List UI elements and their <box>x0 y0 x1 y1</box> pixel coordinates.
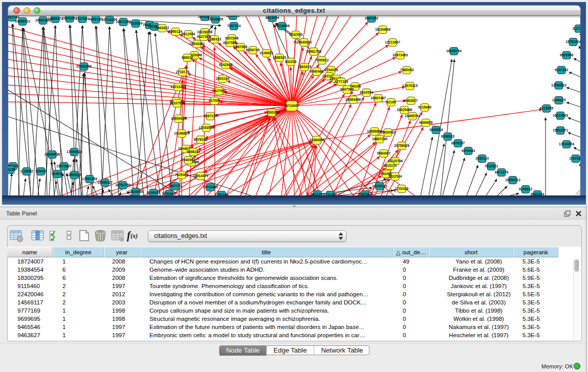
svg-text:8813054: 8813054 <box>266 16 279 19</box>
svg-text:12975115: 12975115 <box>402 84 418 87</box>
svg-text:9777169: 9777169 <box>335 80 349 83</box>
svg-text:1615172: 1615172 <box>383 164 397 167</box>
svg-text:9245033: 9245033 <box>147 191 161 194</box>
svg-text:1117345: 1117345 <box>572 27 580 30</box>
svg-text:16210643: 16210643 <box>553 114 568 117</box>
svg-text:19218506: 19218506 <box>274 24 290 28</box>
svg-text:7625402: 7625402 <box>175 173 189 177</box>
svg-text:1733426: 1733426 <box>395 187 409 190</box>
svg-text:9031244: 9031244 <box>531 192 545 195</box>
svg-text:12213967: 12213967 <box>385 40 400 44</box>
svg-text:2087652: 2087652 <box>365 16 379 20</box>
svg-text:8878332: 8878332 <box>194 138 208 141</box>
svg-text:6466160: 6466160 <box>89 17 103 21</box>
svg-text:19384554: 19384554 <box>309 138 324 142</box>
svg-text:832203: 832203 <box>285 60 297 63</box>
svg-text:12093822: 12093822 <box>551 83 567 87</box>
svg-text:16961758: 16961758 <box>306 50 321 53</box>
svg-text:7485063: 7485063 <box>400 68 414 72</box>
svg-text:1167534: 1167534 <box>569 157 580 160</box>
svg-text:1244415: 1244415 <box>552 98 566 102</box>
svg-text:12323445: 12323445 <box>128 190 143 193</box>
svg-text:10025488: 10025488 <box>397 108 412 112</box>
svg-text:1362615: 1362615 <box>298 65 312 69</box>
svg-text:1527601: 1527601 <box>76 17 90 20</box>
svg-text:7357224: 7357224 <box>227 24 241 28</box>
svg-text:8938923: 8938923 <box>441 135 455 138</box>
svg-text:7632621: 7632621 <box>485 164 498 168</box>
svg-text:9031245: 9031245 <box>311 192 324 195</box>
svg-text:3624554: 3624554 <box>360 91 374 94</box>
svg-text:9684067: 9684067 <box>377 151 391 155</box>
svg-text:15692971: 15692971 <box>553 128 568 132</box>
svg-text:18724007: 18724007 <box>284 104 299 107</box>
svg-text:39155: 39155 <box>8 168 15 171</box>
svg-text:15751024: 15751024 <box>565 40 580 43</box>
svg-text:989012: 989012 <box>182 56 193 59</box>
svg-text:19885471: 19885471 <box>48 17 63 20</box>
svg-text:19495794: 19495794 <box>405 114 420 118</box>
svg-text:9115460: 9115460 <box>418 105 431 109</box>
svg-text:9529966: 9529966 <box>560 53 574 57</box>
svg-text:16640910: 16640910 <box>296 40 312 44</box>
svg-text:9463627: 9463627 <box>404 99 418 102</box>
svg-text:8454749: 8454749 <box>246 48 260 52</box>
svg-text:1115682: 1115682 <box>20 169 33 173</box>
svg-text:1540994: 1540994 <box>182 158 195 162</box>
svg-text:1292344: 1292344 <box>215 193 229 195</box>
svg-text:2935114: 2935114 <box>475 157 489 160</box>
svg-text:7955812: 7955812 <box>315 58 329 62</box>
svg-text:8912954: 8912954 <box>182 32 195 36</box>
svg-text:9242848: 9242848 <box>219 63 233 67</box>
svg-text:129427: 129427 <box>35 169 47 173</box>
svg-text:10719155: 10719155 <box>102 18 117 21</box>
svg-text:12213389: 12213389 <box>170 85 186 89</box>
svg-text:7663822: 7663822 <box>156 26 169 30</box>
svg-text:9498222: 9498222 <box>187 150 201 154</box>
svg-text:8471676: 8471676 <box>495 170 509 174</box>
svg-text:16648784: 16648784 <box>446 49 462 53</box>
svg-text:2718176: 2718176 <box>176 70 190 74</box>
svg-text:8267110: 8267110 <box>204 114 217 118</box>
svg-text:8231450: 8231450 <box>323 193 337 195</box>
svg-text:9474444: 9474444 <box>462 149 475 152</box>
svg-text:9457771: 9457771 <box>168 184 182 188</box>
svg-text:14055712: 14055712 <box>15 19 30 23</box>
svg-text:62160: 62160 <box>386 100 396 104</box>
svg-text:8990448: 8990448 <box>310 70 324 73</box>
svg-text:9227342: 9227342 <box>555 68 569 72</box>
svg-text:9699695: 9699695 <box>419 121 433 124</box>
svg-text:2867608: 2867608 <box>234 45 248 49</box>
svg-text:8747744: 8747744 <box>8 16 19 19</box>
svg-text:19654925: 19654925 <box>171 117 186 120</box>
svg-text:13353594: 13353594 <box>199 126 214 129</box>
svg-text:17359924: 17359924 <box>67 150 82 154</box>
svg-text:19654923: 19654923 <box>380 130 396 134</box>
svg-text:20053346: 20053346 <box>76 64 92 68</box>
svg-text:14136141: 14136141 <box>372 184 387 188</box>
svg-text:2803144: 2803144 <box>216 77 230 80</box>
svg-text:19375887: 19375887 <box>56 164 72 168</box>
svg-text:2522534: 2522534 <box>388 174 402 178</box>
svg-text:12505135: 12505135 <box>67 173 82 177</box>
svg-text:20364436: 20364436 <box>345 98 361 101</box>
svg-text:8813051: 8813051 <box>226 16 240 17</box>
svg-text:9146821: 9146821 <box>260 51 274 55</box>
svg-text:10654112: 10654112 <box>505 178 520 182</box>
svg-text:114519: 114519 <box>52 172 63 176</box>
svg-text:10958117: 10958117 <box>97 181 113 184</box>
svg-text:16033809: 16033809 <box>208 17 223 21</box>
svg-text:18300295: 18300295 <box>264 111 279 114</box>
svg-text:6879197: 6879197 <box>451 141 465 145</box>
svg-text:18807249: 18807249 <box>372 137 387 141</box>
svg-text:8427552: 8427552 <box>212 89 226 93</box>
svg-text:8215955: 8215955 <box>540 106 554 110</box>
svg-text:16782759: 16782759 <box>115 183 130 187</box>
svg-text:17957253: 17957253 <box>82 177 97 181</box>
svg-text:20756928: 20756928 <box>394 144 409 147</box>
svg-text:1029384: 1029384 <box>358 192 372 195</box>
svg-text:7515524: 7515524 <box>129 21 143 25</box>
svg-text:8960124: 8960124 <box>169 30 183 33</box>
svg-text:417005: 417005 <box>209 99 221 102</box>
svg-text:1640954: 1640954 <box>429 128 443 132</box>
